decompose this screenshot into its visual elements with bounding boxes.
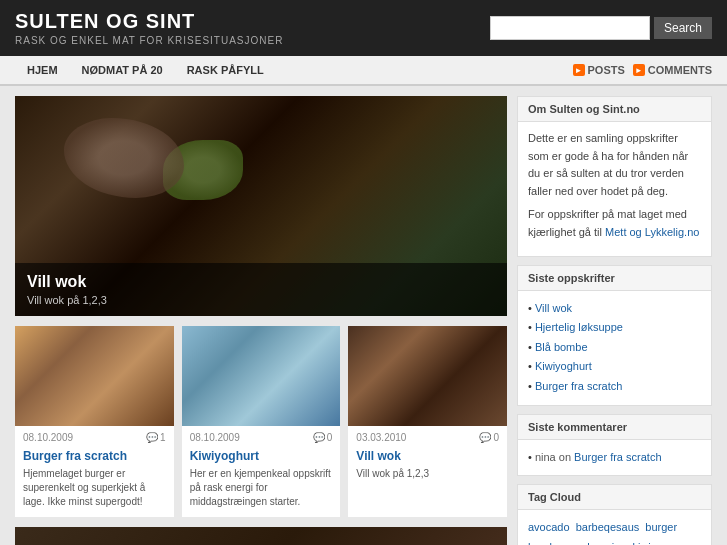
- post-excerpt-1: Her er en kjempenkeal oppskrift på rask …: [190, 467, 333, 509]
- post-link-1[interactable]: Kiwiyoghurt: [190, 449, 259, 463]
- feed-links: ► POSTS ► COMMENTS: [573, 64, 712, 76]
- widget-about: Om Sulten og Sint.no Dette er en samling…: [517, 96, 712, 257]
- widget-recent-content: Vill wok Hjertelig løksuppe Blå bombe Ki…: [518, 291, 711, 405]
- post-comments-1: 💬 0: [313, 432, 333, 443]
- post-thumb-0: [15, 326, 174, 426]
- post-date-1: 08.10.2009: [190, 432, 240, 443]
- site-branding: SULTEN OG SINT RASK OG ENKEL MAT FOR KRI…: [15, 10, 283, 46]
- nav-links: HJEM NØDMAT PÅ 20 RASK PÅFYLL: [15, 56, 276, 84]
- search-button[interactable]: Search: [654, 17, 712, 39]
- post-content-0: Burger fra scratch Hjemmelaget burger er…: [15, 447, 174, 517]
- tag-honning[interactable]: honning: [587, 541, 626, 545]
- widget-about-content: Dette er en samling oppskrifter som er g…: [518, 122, 711, 256]
- post-link-0[interactable]: Burger fra scratch: [23, 449, 127, 463]
- list-item: Burger fra scratch: [528, 377, 701, 397]
- post-comments-0: 💬 1: [146, 432, 166, 443]
- post-partial: [15, 527, 507, 545]
- main-content: Vill wok Vill wok på 1,2,3 08.10.2009 💬 …: [0, 86, 727, 545]
- site-header: SULTEN OG SINT RASK OG ENKEL MAT FOR KRI…: [0, 0, 727, 56]
- comment-author: nina: [535, 451, 556, 463]
- tag-hamburger[interactable]: hamburger: [528, 541, 581, 545]
- tag-kiwi[interactable]: kiwi: [632, 541, 650, 545]
- widget-comments: Siste kommentarer nina on Burger fra scr…: [517, 414, 712, 477]
- recent-post-0[interactable]: Vill wok: [535, 302, 572, 314]
- site-title: SULTEN OG SINT: [15, 10, 283, 33]
- list-item: Hjertelig løksuppe: [528, 318, 701, 338]
- nav-nodmat[interactable]: NØDMAT PÅ 20: [70, 56, 175, 84]
- recent-post-3[interactable]: Kiwiyoghurt: [535, 360, 592, 372]
- widget-recent-posts: Siste oppskrifter Vill wok Hjertelig løk…: [517, 265, 712, 406]
- recent-posts-list: Vill wok Hjertelig løksuppe Blå bombe Ki…: [528, 299, 701, 397]
- post-meta-2: 03.03.2010 💬 0: [348, 426, 507, 447]
- post-card-0: 08.10.2009 💬 1 Burger fra scratch Hjemme…: [15, 326, 174, 517]
- featured-title[interactable]: Vill wok: [27, 273, 495, 291]
- post-card-1: 08.10.2009 💬 0 Kiwiyoghurt Her er en kje…: [182, 326, 341, 517]
- list-item: nina on Burger fra scratch: [528, 448, 701, 468]
- search-area: Search: [490, 16, 712, 40]
- comments-list: nina on Burger fra scratch: [528, 448, 701, 468]
- list-item: Vill wok: [528, 299, 701, 319]
- main-nav: HJEM NØDMAT PÅ 20 RASK PÅFYLL ► POSTS ► …: [0, 56, 727, 86]
- content-area: Vill wok Vill wok på 1,2,3 08.10.2009 💬 …: [15, 96, 507, 545]
- widget-comments-title: Siste kommentarer: [518, 415, 711, 440]
- comments-feed[interactable]: ► COMMENTS: [633, 64, 712, 76]
- comment-icon-0: 💬: [146, 432, 158, 443]
- list-item: Kiwiyoghurt: [528, 357, 701, 377]
- post-partial-thumb: [15, 527, 507, 545]
- widget-recent-title: Siste oppskrifter: [518, 266, 711, 291]
- recent-post-4[interactable]: Burger fra scratch: [535, 380, 622, 392]
- nav-rask[interactable]: RASK PÅFYLL: [175, 56, 276, 84]
- post-card-2: 03.03.2010 💬 0 Vill wok Vill wok på 1,2,…: [348, 326, 507, 517]
- posts-feed[interactable]: ► POSTS: [573, 64, 625, 76]
- post-thumb-1: [182, 326, 341, 426]
- about-text2: For oppskrifter på mat laget med kjærlig…: [528, 206, 701, 241]
- about-text1: Dette er en samling oppskrifter som er g…: [528, 130, 701, 200]
- widget-about-title: Om Sulten og Sint.no: [518, 97, 711, 122]
- tag-cloud-content: avocado barbeqesaus burger hamburger hon…: [518, 510, 711, 545]
- post-content-2: Vill wok Vill wok på 1,2,3: [348, 447, 507, 489]
- post-excerpt-0: Hjemmelaget burger er superenkelt og sup…: [23, 467, 166, 509]
- about-link[interactable]: Mett og Lykkelig.no: [605, 226, 699, 238]
- post-date-0: 08.10.2009: [23, 432, 73, 443]
- post-link-2[interactable]: Vill wok: [356, 449, 400, 463]
- post-meta-1: 08.10.2009 💬 0: [182, 426, 341, 447]
- search-input[interactable]: [490, 16, 650, 40]
- tag-avocado[interactable]: avocado: [528, 521, 570, 533]
- post-excerpt-2: Vill wok på 1,2,3: [356, 467, 499, 481]
- comments-feed-label: COMMENTS: [648, 64, 712, 76]
- tag-burger[interactable]: burger: [645, 521, 677, 533]
- list-item: Blå bombe: [528, 338, 701, 358]
- widget-comments-content: nina on Burger fra scratch: [518, 440, 711, 476]
- post-meta-0: 08.10.2009 💬 1: [15, 426, 174, 447]
- recent-post-2[interactable]: Blå bombe: [535, 341, 588, 353]
- comment-icon-2: 💬: [479, 432, 491, 443]
- rss-icon-comments: ►: [633, 64, 645, 76]
- widget-tagcloud-title: Tag Cloud: [518, 485, 711, 510]
- comment-post-link[interactable]: Burger fra scratch: [574, 451, 661, 463]
- site-subtitle: RASK OG ENKEL MAT FOR KRISESITUASJONER: [15, 35, 283, 46]
- featured-subtitle: Vill wok på 1,2,3: [27, 294, 495, 306]
- recent-post-1[interactable]: Hjertelig løksuppe: [535, 321, 623, 333]
- sidebar: Om Sulten og Sint.no Dette er en samling…: [517, 96, 712, 545]
- post-content-1: Kiwiyoghurt Her er en kjempenkeal oppskr…: [182, 447, 341, 517]
- nav-hjem[interactable]: HJEM: [15, 56, 70, 84]
- post-date-2: 03.03.2010: [356, 432, 406, 443]
- comment-icon-1: 💬: [313, 432, 325, 443]
- post-thumb-2: [348, 326, 507, 426]
- tag-barbeqesaus[interactable]: barbeqesaus: [576, 521, 640, 533]
- comment-on: on: [559, 451, 574, 463]
- featured-post: Vill wok Vill wok på 1,2,3: [15, 96, 507, 316]
- posts-feed-label: POSTS: [588, 64, 625, 76]
- post-comments-2: 💬 0: [479, 432, 499, 443]
- widget-tagcloud: Tag Cloud avocado barbeqesaus burger ham…: [517, 484, 712, 545]
- post-grid: 08.10.2009 💬 1 Burger fra scratch Hjemme…: [15, 326, 507, 517]
- rss-icon-posts: ►: [573, 64, 585, 76]
- featured-caption: Vill wok Vill wok på 1,2,3: [15, 263, 507, 316]
